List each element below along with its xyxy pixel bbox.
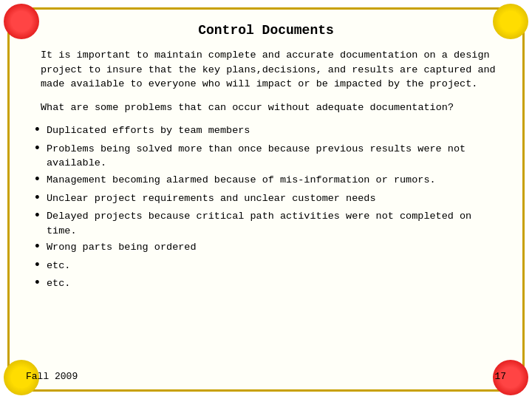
paragraph-2-intro: What are some problems that can occur wi… — [26, 100, 506, 115]
slide-content: It is important to maintain complete and… — [26, 48, 506, 363]
bullet-icon: • — [33, 123, 45, 139]
paragraph-1: It is important to maintain complete and… — [26, 48, 506, 92]
bullet-text: Delayed projects because critical path a… — [47, 209, 506, 238]
bullet-icon: • — [33, 191, 45, 207]
bullet-text: etc. — [47, 259, 506, 273]
bullet-icon: • — [33, 172, 45, 188]
slide-footer: Fall 2009 17 — [26, 371, 506, 382]
list-item: •Duplicated efforts by team members — [33, 123, 506, 140]
list-item: • etc. — [33, 276, 506, 293]
footer-page: 17 — [494, 371, 506, 382]
bullet-text: Unclear project requirements and unclear… — [47, 191, 506, 206]
list-item: •Wrong parts being ordered — [33, 240, 506, 256]
bullet-text: Management becoming alarmed because of m… — [47, 173, 506, 188]
slide-container: Control Documents It is important to mai… — [7, 7, 525, 392]
bullet-icon: • — [33, 208, 45, 225]
bullet-icon: • — [33, 239, 45, 256]
bullet-list: •Duplicated efforts by team members•Prob… — [26, 123, 506, 293]
bullet-text: etc. — [47, 276, 506, 291]
list-item: •Problems being solved more than once be… — [33, 142, 506, 171]
bullet-text: Wrong parts being ordered — [47, 240, 506, 255]
bullet-icon: • — [33, 258, 45, 274]
bullet-icon: • — [33, 141, 45, 157]
bullet-text: Problems being solved more than once bec… — [47, 142, 506, 171]
bullet-text: Duplicated efforts by team members — [47, 123, 506, 138]
footer-date: Fall 2009 — [26, 371, 78, 382]
bullet-icon: • — [33, 276, 45, 292]
slide-title: Control Documents — [26, 23, 506, 38]
list-item: •Delayed projects because critical path … — [33, 209, 506, 238]
list-item: •etc. — [33, 259, 506, 275]
list-item: •Unclear project requirements and unclea… — [33, 191, 506, 208]
list-item: •Management becoming alarmed because of … — [33, 173, 506, 189]
